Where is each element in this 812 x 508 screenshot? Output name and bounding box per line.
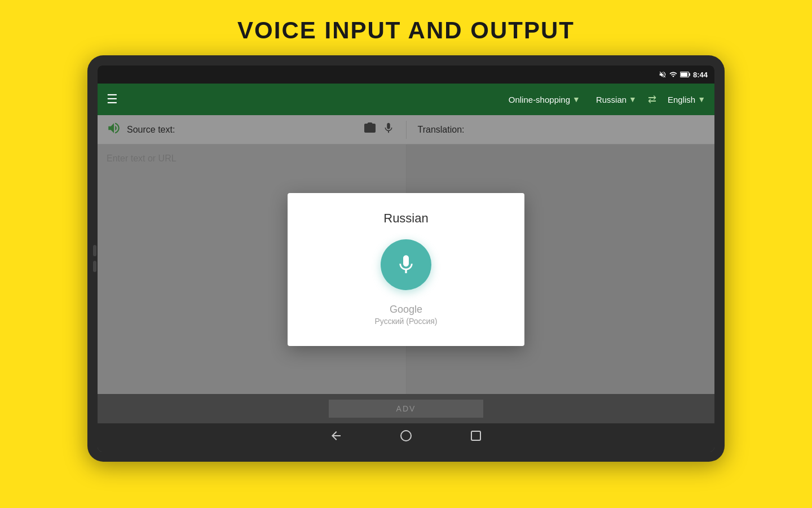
provider-name: Google xyxy=(390,304,422,316)
mute-icon xyxy=(659,71,667,78)
svg-point-3 xyxy=(401,431,411,441)
nav-bar xyxy=(98,423,714,452)
svg-rect-4 xyxy=(471,431,480,440)
target-lang-arrow: ▼ xyxy=(698,95,705,104)
category-label: Online-shopping xyxy=(509,95,570,104)
dialog-title: Russian xyxy=(383,211,428,226)
status-time: 8:44 xyxy=(693,71,708,79)
tablet-device: 8:44 ☰ Online-shopping ▼ Russian ▼ ⇄ Eng… xyxy=(87,55,725,462)
wifi-icon xyxy=(669,71,677,78)
back-button[interactable] xyxy=(329,429,343,446)
category-selector[interactable]: Online-shopping ▼ xyxy=(509,95,580,104)
hamburger-icon[interactable]: ☰ xyxy=(107,92,118,107)
side-buttons xyxy=(93,245,96,272)
main-content: Source text: Translation xyxy=(98,115,714,423)
provider-language: Русский (Россия) xyxy=(374,317,437,326)
status-icons: 8:44 xyxy=(659,71,708,79)
voice-mic-icon xyxy=(395,253,417,276)
home-button[interactable] xyxy=(399,429,413,446)
swap-languages-icon[interactable]: ⇄ xyxy=(648,93,656,106)
target-lang-selector[interactable]: English ▼ xyxy=(668,95,705,104)
source-lang-arrow: ▼ xyxy=(629,95,637,104)
dialog-provider: Google Русский (Россия) xyxy=(374,304,437,326)
dialog-overlay: Russian Google Русский (Россия) xyxy=(98,115,714,423)
page-title: VOICE INPUT AND OUTPUT xyxy=(237,17,575,44)
tablet-screen: 8:44 ☰ Online-shopping ▼ Russian ▼ ⇄ Eng… xyxy=(98,65,714,452)
volume-down-button[interactable] xyxy=(93,261,96,272)
category-dropdown-arrow: ▼ xyxy=(572,95,580,104)
source-lang-selector[interactable]: Russian ▼ xyxy=(596,95,637,104)
voice-dialog: Russian Google Русский (Россия) xyxy=(288,193,524,346)
source-lang-label: Russian xyxy=(596,95,626,104)
recents-button[interactable] xyxy=(469,429,483,446)
app-bar: ☰ Online-shopping ▼ Russian ▼ ⇄ English … xyxy=(98,84,714,115)
battery-icon xyxy=(680,71,690,78)
status-bar: 8:44 xyxy=(98,65,714,84)
voice-mic-button[interactable] xyxy=(381,239,431,290)
svg-rect-1 xyxy=(689,73,690,76)
svg-rect-2 xyxy=(681,73,687,77)
volume-up-button[interactable] xyxy=(93,245,96,256)
target-lang-label: English xyxy=(668,95,695,104)
